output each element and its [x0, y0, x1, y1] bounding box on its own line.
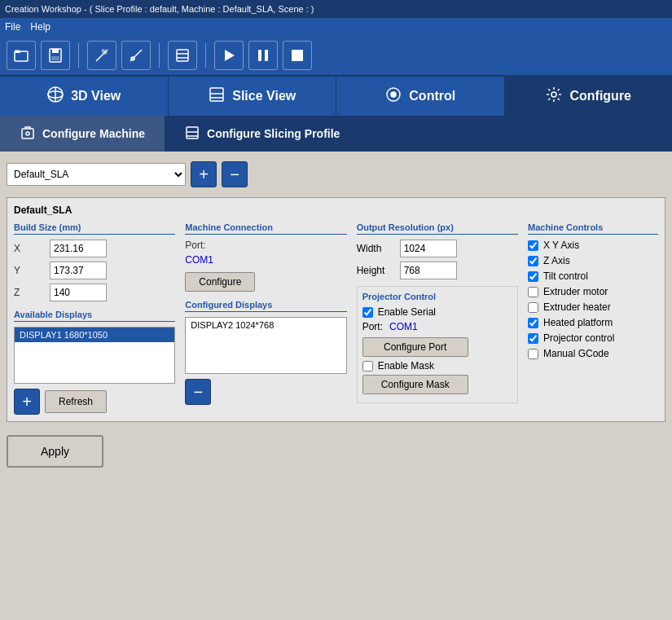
- svg-rect-17: [265, 50, 268, 61]
- tab-configure-label: Configure: [569, 89, 631, 103]
- tab-3d-label: 3D View: [71, 89, 121, 103]
- configured-display-item-0[interactable]: DISPLAY2 1024*768: [186, 318, 345, 332]
- pause-button[interactable]: [248, 41, 278, 70]
- svg-rect-18: [292, 50, 303, 61]
- output-col: Output Resolution (px) Width Height Proj…: [357, 222, 518, 415]
- svg-rect-4: [52, 49, 59, 53]
- remove-display-button[interactable]: −: [185, 379, 211, 405]
- machine-select[interactable]: Default_SLA: [7, 163, 186, 186]
- controls-list: X Y AxisZ AxisTilt controlExtruder motor…: [528, 240, 658, 359]
- remove-machine-button[interactable]: −: [222, 161, 248, 187]
- sub-nav-machine[interactable]: Configure Machine: [0, 116, 165, 152]
- stop-button[interactable]: [283, 41, 312, 70]
- ctrl-checkbox-1[interactable]: [528, 256, 538, 266]
- available-display-item-0[interactable]: DISPLAY1 1680*1050: [15, 328, 174, 342]
- z-input[interactable]: [50, 284, 107, 301]
- sub-nav-slice[interactable]: Configure Slicing Profile: [165, 116, 359, 152]
- svg-point-29: [26, 132, 29, 135]
- configure-mask-button[interactable]: Configure Mask: [362, 375, 468, 394]
- ctrl-row-2: Tilt control: [528, 270, 658, 282]
- width-row: Width: [357, 240, 518, 257]
- configured-displays-list[interactable]: DISPLAY2 1024*768: [185, 317, 346, 374]
- x-field-row: X: [14, 240, 175, 257]
- inject-button[interactable]: [121, 41, 151, 70]
- ctrl-label-0: X Y Axis: [543, 240, 579, 251]
- machine-configure-button[interactable]: Configure: [185, 272, 255, 292]
- projector-port-row: Port: COM1: [362, 321, 512, 332]
- width-label: Width: [357, 243, 393, 254]
- refresh-button[interactable]: Refresh: [45, 390, 107, 413]
- ctrl-checkbox-4[interactable]: [528, 302, 538, 313]
- projector-port-value: COM1: [389, 321, 418, 332]
- open-folder-button[interactable]: [7, 41, 36, 70]
- title-bar: Creation Workshop - ( Slice Profile : de…: [0, 0, 672, 18]
- tab-slice-view[interactable]: Slice View: [169, 77, 337, 116]
- svg-line-8: [105, 50, 108, 52]
- available-displays-actions: + Refresh: [14, 389, 175, 415]
- ctrl-row-4: Extruder heater: [528, 301, 658, 313]
- save-button[interactable]: [41, 41, 70, 70]
- syringe-button[interactable]: [87, 41, 116, 70]
- enable-serial-row: Enable Serial: [362, 306, 512, 318]
- enable-mask-checkbox[interactable]: [362, 361, 373, 372]
- width-input[interactable]: [400, 240, 457, 257]
- ctrl-row-7: Manual GCode: [528, 348, 658, 359]
- projector-title: Projector Control: [362, 292, 512, 301]
- svg-rect-12: [177, 50, 188, 61]
- menu-help[interactable]: Help: [30, 21, 51, 33]
- svg-marker-15: [225, 50, 235, 61]
- add-display-button[interactable]: +: [14, 389, 40, 415]
- x-input[interactable]: [50, 240, 107, 257]
- svg-rect-5: [51, 56, 59, 60]
- tab-slice-label: Slice View: [232, 89, 296, 103]
- svg-rect-2: [15, 50, 20, 53]
- apply-button[interactable]: Apply: [7, 435, 103, 468]
- ctrl-checkbox-2[interactable]: [528, 271, 538, 282]
- available-displays-section: Available Displays DISPLAY1 1680*1050 + …: [14, 310, 175, 415]
- ctrl-checkbox-5[interactable]: [528, 318, 538, 328]
- enable-serial-checkbox[interactable]: [362, 307, 373, 318]
- ctrl-label-1: Z Axis: [543, 255, 570, 266]
- build-size-title: Build Size (mm): [14, 222, 175, 235]
- menu-bar: File Help: [0, 18, 672, 36]
- height-input[interactable]: [400, 262, 457, 279]
- enable-serial-label: Enable Serial: [378, 306, 436, 318]
- ctrl-row-5: Heated platform: [528, 317, 658, 328]
- y-label: Y: [14, 265, 46, 276]
- y-input[interactable]: [50, 262, 107, 279]
- ctrl-row-0: X Y Axis: [528, 240, 658, 251]
- port-value: COM1: [185, 254, 346, 266]
- ctrl-checkbox-7[interactable]: [528, 349, 538, 359]
- svg-line-10: [139, 50, 142, 52]
- toolbar-separator-3: [205, 43, 206, 68]
- play-button[interactable]: [214, 41, 244, 70]
- content: Default_SLA + − Default_SLA Build Size (…: [0, 152, 672, 481]
- ctrl-checkbox-0[interactable]: [528, 240, 538, 251]
- ctrl-label-7: Manual GCode: [543, 348, 609, 359]
- tab-configure[interactable]: Configure: [505, 77, 673, 116]
- control-icon: [384, 86, 402, 108]
- svg-rect-30: [187, 127, 198, 139]
- z-field-row: Z: [14, 284, 175, 301]
- configure-port-button[interactable]: Configure Port: [362, 337, 468, 357]
- svg-rect-22: [210, 88, 223, 101]
- ctrl-label-4: Extruder heater: [543, 301, 611, 313]
- ctrl-row-6: Projector control: [528, 332, 658, 344]
- toolbar-separator-1: [78, 43, 79, 68]
- available-displays-title: Available Displays: [14, 310, 175, 322]
- available-displays-list[interactable]: DISPLAY1 1680*1050: [14, 327, 175, 384]
- tab-3d-view[interactable]: 3D View: [0, 77, 169, 116]
- menu-file[interactable]: File: [5, 21, 20, 33]
- ctrl-checkbox-3[interactable]: [528, 287, 538, 297]
- sub-nav: Configure Machine Configure Slicing Prof…: [0, 116, 672, 152]
- add-machine-button[interactable]: +: [191, 161, 217, 187]
- tab-control[interactable]: Control: [336, 77, 505, 116]
- ctrl-checkbox-6[interactable]: [528, 333, 538, 344]
- x-label: X: [14, 243, 46, 254]
- toolbar-separator-2: [159, 43, 160, 68]
- machine-controls-col: Machine Controls X Y AxisZ AxisTilt cont…: [528, 222, 658, 415]
- svg-rect-16: [258, 50, 261, 61]
- layers-button[interactable]: [168, 41, 197, 70]
- port-label: Port:: [185, 240, 346, 251]
- svg-point-26: [391, 92, 396, 97]
